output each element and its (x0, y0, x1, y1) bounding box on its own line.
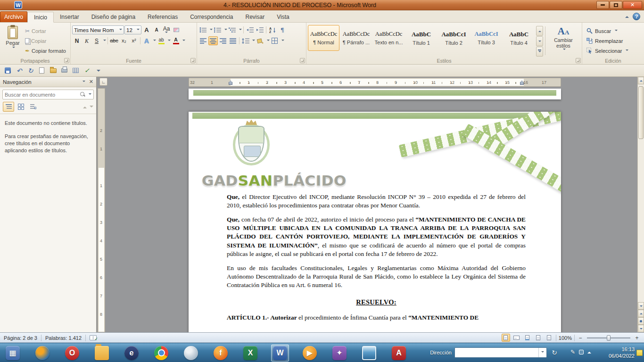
zoom-in-button[interactable]: + (634, 335, 640, 341)
sticky-note-icon[interactable] (636, 350, 643, 356)
font-name-combobox[interactable]: Times New Rom (72, 25, 124, 34)
line-spacing-icon[interactable] (241, 36, 250, 45)
purple-chat-app-icon[interactable]: ✦ (330, 345, 348, 362)
customize-icon[interactable] (93, 66, 103, 75)
show-paragraph-marks-icon[interactable]: ¶ (278, 25, 287, 34)
gallery-scroll-up[interactable] (536, 26, 543, 36)
help-icon[interactable]: ? (633, 13, 640, 20)
superscript-button[interactable]: x² (129, 36, 139, 45)
minimize-button[interactable] (596, 1, 609, 9)
address-go-icon[interactable]: ↻ (550, 348, 559, 357)
tab-archivo[interactable]: Archivo (0, 11, 27, 22)
gallery-more-button[interactable] (536, 47, 543, 57)
style-texto[interactable]: AaBbCcDcTexto en n... (373, 25, 405, 51)
calculator-icon[interactable]: ▦ (4, 345, 22, 362)
browse-results-tab[interactable] (27, 102, 39, 112)
pencil-tray-icon[interactable]: ✎ (570, 349, 575, 355)
chrome-browser-icon[interactable] (152, 345, 170, 362)
taskbar-clock[interactable]: 16:13 06/04/2022 (609, 346, 635, 360)
remote-desktop-icon[interactable] (360, 345, 378, 362)
shrink-font-button[interactable]: A (152, 25, 161, 34)
document-page[interactable]: GADSANPLÁCIDO Que, el Director Ejecutivo… (189, 112, 561, 332)
multilevel-list-icon[interactable] (228, 25, 237, 34)
document-text[interactable]: Que, el Director Ejecutivo del INCOP, me… (227, 193, 526, 328)
style-titulo1[interactable]: AaBbCTítulo 1 (405, 25, 437, 51)
table-icon[interactable] (71, 66, 81, 75)
change-case-button[interactable]: Aa (162, 25, 171, 34)
maximize-button[interactable] (610, 1, 622, 9)
sort-icon[interactable]: AZ (268, 25, 277, 34)
document-search-box[interactable] (2, 90, 94, 99)
close-button[interactable]: ✕ (623, 1, 642, 9)
style-normal[interactable]: AaBbCcDc¶ Normal (308, 25, 339, 51)
acrobat-reader-icon[interactable]: A (390, 345, 408, 362)
bold-button[interactable]: N (72, 36, 82, 45)
increase-indent-icon[interactable] (255, 25, 264, 34)
firefox-browser-icon[interactable]: f (212, 345, 230, 362)
select-browse-object-button[interactable] (638, 317, 644, 325)
address-input[interactable] (454, 347, 547, 358)
cut-button[interactable]: ✂Cortar (24, 27, 67, 35)
open-icon[interactable] (48, 66, 58, 75)
tab-vista[interactable]: Vista (271, 11, 295, 22)
web-layout-view-button[interactable] (523, 334, 532, 342)
numbering-icon[interactable] (213, 25, 223, 34)
close-pane-icon[interactable]: ✕ (89, 79, 93, 85)
save-icon[interactable] (3, 66, 13, 75)
decrease-indent-icon[interactable] (245, 25, 255, 34)
address-text-field[interactable] (455, 350, 538, 355)
print-layout-view-button[interactable] (502, 334, 510, 342)
folder-icon[interactable] (93, 345, 111, 362)
address-dropdown-icon[interactable] (538, 348, 546, 357)
gallery-scroll-down[interactable] (536, 36, 543, 46)
font-dialog-launcher[interactable] (190, 58, 196, 63)
new-document-icon[interactable] (37, 66, 47, 75)
redo-icon[interactable]: ↻ (25, 66, 35, 75)
tab-revisar[interactable]: Revisar (239, 11, 271, 22)
draft-view-button[interactable] (545, 334, 553, 342)
copy-button[interactable]: Copiar (24, 37, 67, 45)
text-effects-button[interactable]: A (142, 36, 151, 45)
tab-correspondencia[interactable]: Correspondencia (184, 11, 239, 22)
style-titulo2[interactable]: AaBbCcITítulo 2 (438, 25, 470, 51)
silver-app-icon[interactable] (182, 345, 200, 362)
subscript-button[interactable]: x₂ (119, 36, 129, 45)
tab-inicio[interactable]: Inicio (27, 12, 54, 23)
outline-view-button[interactable] (534, 334, 543, 342)
align-right-icon[interactable] (218, 36, 228, 45)
full-screen-reading-view-button[interactable] (512, 334, 521, 342)
tab-stop-selector[interactable]: ∟ (99, 78, 107, 86)
page-indicator[interactable]: Página: 2 de 3 (0, 335, 41, 341)
clipboard-dialog-launcher[interactable] (64, 58, 69, 63)
browse-pages-tab[interactable] (15, 102, 26, 112)
search-input[interactable] (3, 92, 80, 98)
spelling-icon[interactable]: ✓ (82, 66, 92, 75)
paragraph-dialog-launcher[interactable] (300, 58, 305, 63)
find-button[interactable]: Buscar (586, 27, 642, 35)
tab-referencias[interactable]: Referencias (141, 11, 184, 22)
horizontal-ruler[interactable]: 3211234567891011121314151617 (189, 78, 561, 87)
italic-button[interactable]: K (82, 36, 91, 45)
globe-browser-icon[interactable] (33, 345, 51, 362)
replace-button[interactable]: Reemplazar (586, 37, 642, 45)
borders-icon[interactable] (270, 36, 280, 45)
show-hidden-icons-icon[interactable] (587, 350, 591, 354)
zoom-slider[interactable] (587, 337, 630, 338)
clear-formatting-button[interactable] (172, 25, 181, 34)
network-tray-icon[interactable] (579, 350, 584, 354)
select-button[interactable]: Seleccionar (586, 47, 642, 55)
search-options-icon[interactable] (89, 93, 91, 96)
word-count[interactable]: Palabras: 1.412 (41, 335, 85, 341)
media-player-icon[interactable]: ▶ (301, 345, 319, 362)
previous-heading-icon[interactable] (83, 105, 87, 108)
previous-page-button[interactable] (638, 310, 644, 317)
highlight-color-button[interactable]: ab (157, 36, 166, 45)
scroll-down-button[interactable] (638, 302, 644, 310)
eclipse-icon[interactable]: e (123, 345, 140, 362)
zoom-level[interactable]: 100% (559, 335, 572, 341)
word-icon[interactable]: W (271, 345, 289, 362)
scrollbar-thumb[interactable] (638, 86, 644, 139)
font-size-combobox[interactable]: 12 (124, 25, 141, 34)
print-icon[interactable] (59, 66, 69, 75)
font-color-button[interactable]: A (171, 36, 181, 45)
